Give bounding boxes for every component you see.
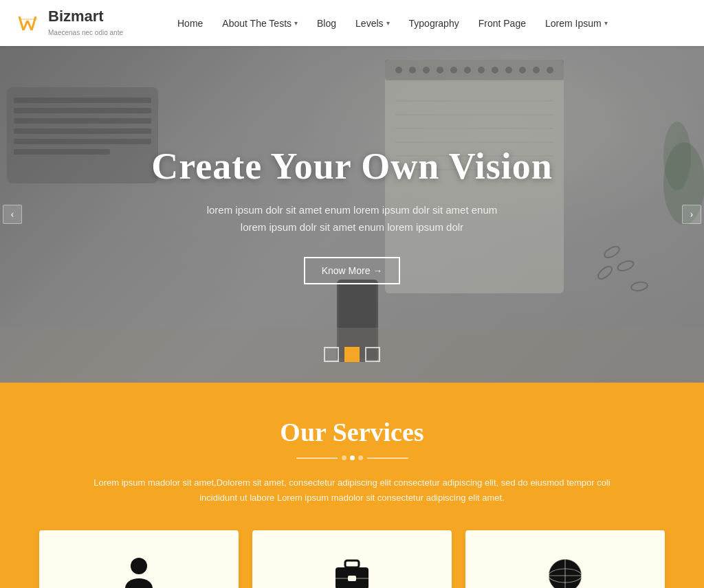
hero-dot-2[interactable] (344, 347, 360, 362)
hero-next-button[interactable]: › (682, 205, 701, 224)
service-card-1: Dolor Sit Lorem ipsum dolor sit amet, co… (39, 530, 239, 588)
nav-link-frontpage[interactable]: Front Page (469, 18, 536, 29)
nav-item-blog[interactable]: Blog (307, 18, 346, 29)
services-title: Our Services (28, 417, 676, 447)
svg-line-1 (19, 16, 23, 30)
service-card-3: Lorem Ipsum Lorem ipsum dolor sit amet, … (465, 530, 665, 588)
divider-dot-3 (358, 455, 363, 460)
hero-title: Create Your Own Vision (151, 145, 553, 188)
divider-dot-2 (350, 455, 355, 460)
navbar: Bizmart Maecenas nec odio ante Home Abou… (0, 0, 704, 46)
hero-dot-3[interactable] (365, 347, 380, 362)
brand-name: Bizmart (48, 8, 123, 25)
hero-content: Create Your Own Vision lorem ipsum dolr … (124, 145, 580, 284)
briefcase-icon (272, 555, 432, 588)
hero-section: ‹ Create Your Own Vision lorem ipsum dol… (0, 46, 704, 383)
nav-item-typography[interactable]: Typography (399, 18, 469, 29)
svg-point-42 (131, 558, 147, 574)
hero-dot-1[interactable] (324, 347, 339, 362)
svg-line-4 (32, 16, 36, 30)
divider-line-right (367, 457, 408, 459)
nav-link-typography[interactable]: Typography (399, 18, 469, 29)
service-card-2: Ipsum Dolor Lorem ipsum dolor sit amet, … (252, 530, 452, 588)
hero-dots (324, 347, 380, 362)
globe-icon (485, 555, 646, 588)
svg-point-43 (125, 578, 153, 588)
service-cards: Dolor Sit Lorem ipsum dolor sit amet, co… (28, 530, 676, 588)
chevron-down-icon: ▾ (386, 19, 390, 27)
divider-dots (342, 455, 363, 460)
nav-item-home[interactable]: Home (168, 18, 212, 29)
nav-link-lorem[interactable]: Lorem Ipsum ▾ (536, 18, 617, 29)
divider-dot-1 (342, 455, 346, 460)
services-description: Lorem ipsum madolor sit amet,Dolorem sit… (77, 475, 627, 506)
nav-item-about[interactable]: About The Tests ▾ (212, 18, 307, 29)
svg-rect-44 (345, 561, 359, 567)
svg-line-2 (23, 21, 28, 30)
logo-area[interactable]: Bizmart Maecenas nec odio ante (16, 8, 140, 37)
nav-links: Home About The Tests ▾ Blog Levels ▾ Typ… (168, 18, 688, 29)
divider-line-left (296, 457, 338, 459)
logo-text: Bizmart Maecenas nec odio ante (48, 8, 123, 37)
nav-item-levels[interactable]: Levels ▾ (346, 18, 399, 29)
hero-prev-button[interactable]: ‹ (3, 205, 22, 224)
nav-link-levels[interactable]: Levels ▾ (346, 18, 399, 29)
nav-link-home[interactable]: Home (168, 18, 212, 29)
chevron-down-icon: ▾ (294, 19, 298, 27)
services-section: Our Services Lorem ipsum madolor sit ame… (0, 383, 704, 588)
person-icon (58, 555, 219, 588)
nav-item-lorem[interactable]: Lorem Ipsum ▾ (536, 18, 617, 29)
hero-cta-button[interactable]: Know More → (304, 257, 401, 284)
logo-icon (16, 11, 41, 36)
services-divider (28, 455, 676, 460)
hero-subtitle: lorem ipsum dolr sit amet enum lorem ips… (151, 201, 553, 236)
nav-link-blog[interactable]: Blog (307, 18, 346, 29)
nav-link-about[interactable]: About The Tests ▾ (212, 18, 307, 29)
nav-item-frontpage[interactable]: Front Page (469, 18, 536, 29)
brand-tagline: Maecenas nec odio ante (48, 29, 123, 36)
chevron-down-icon: ▾ (604, 19, 608, 27)
